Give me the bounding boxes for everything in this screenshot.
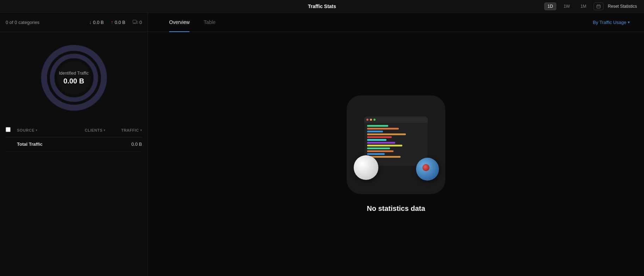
download-icon: ↓: [89, 19, 92, 25]
traffic-col-label: TRAFFIC: [121, 128, 139, 132]
table-row: Total Traffic 0.0 B: [6, 137, 142, 151]
time-1d-button[interactable]: 1D: [544, 2, 556, 10]
screen-titlebar: [364, 117, 428, 123]
svg-rect-0: [597, 5, 600, 8]
clients-sort-icon: ▾: [104, 128, 106, 132]
bar-row: [367, 142, 395, 144]
clients-icon: [132, 20, 138, 25]
clients-col-header: CLIENTS ▾: [79, 128, 111, 132]
ball-blue-inner: [422, 164, 429, 171]
checkbox-col-header: [6, 127, 14, 133]
bar-row: [367, 153, 385, 155]
source-col-label: SOURCE: [17, 128, 35, 132]
header-controls: 1D 1W 1M Reset Statistics: [544, 2, 637, 10]
source-sort-icon: ▾: [36, 128, 38, 132]
time-1w-button[interactable]: 1W: [561, 2, 573, 10]
left-table-header: SOURCE ▾ CLIENTS ▾ TRAFFIC ▾: [6, 124, 142, 137]
select-all-checkbox[interactable]: [6, 127, 11, 132]
clients-stat: 0: [132, 20, 142, 25]
upload-icon: ↑: [111, 19, 113, 25]
source-col-header: SOURCE ▾: [17, 128, 76, 132]
upload-stat: ↑ 0.0 B: [111, 19, 125, 25]
bar-row: [367, 145, 402, 146]
bar-row: [367, 125, 388, 127]
illustration-inner: [350, 99, 442, 190]
calendar-icon: [596, 4, 601, 8]
tabs-bar: Overview Table By Traffic Usage ▾: [148, 13, 644, 32]
categories-text: 0 of 0 categories: [6, 20, 82, 25]
traffic-sort-icon: ▾: [140, 128, 142, 132]
content-area: No statistics data: [148, 32, 644, 276]
stats-bar: 0 of 0 categories ↓ 0.0 B ↑ 0.0 B 0: [0, 13, 148, 32]
donut-chart: Identified Traffic 0.00 B: [39, 43, 109, 113]
screen-body: [364, 123, 428, 160]
clients-col-label: CLIENTS: [85, 128, 103, 132]
dot-red: [366, 119, 369, 121]
dot-yellow: [370, 119, 372, 121]
svg-rect-4: [133, 20, 136, 23]
bar-row: [367, 150, 394, 152]
upload-value: 0.0 B: [114, 20, 125, 25]
donut-title: Identified Traffic: [59, 71, 89, 76]
no-data-text: No statistics data: [367, 205, 425, 213]
sort-control[interactable]: By Traffic Usage ▾: [593, 20, 630, 25]
main-layout: 0 of 0 categories ↓ 0.0 B ↑ 0.0 B 0: [0, 13, 644, 276]
left-panel: 0 of 0 categories ↓ 0.0 B ↑ 0.0 B 0: [0, 13, 148, 276]
download-value: 0.0 B: [93, 20, 104, 25]
svg-rect-7: [137, 21, 138, 24]
total-traffic-value: 0.0 B: [114, 142, 142, 147]
reset-statistics-button[interactable]: Reset Statistics: [608, 4, 637, 9]
ball-blue: [416, 158, 439, 181]
traffic-col-header: TRAFFIC ▾: [114, 128, 142, 132]
bar-row: [367, 136, 392, 138]
dot-green: [373, 119, 376, 121]
ball-white: [354, 155, 378, 180]
donut-value: 0.00 B: [59, 77, 89, 85]
tab-table[interactable]: Table: [197, 13, 222, 32]
bar-row: [367, 148, 390, 149]
clients-count-value: 0: [140, 20, 142, 25]
total-traffic-label: Total Traffic: [17, 142, 76, 147]
bar-row: [367, 133, 406, 135]
sort-label: By Traffic Usage: [593, 20, 626, 25]
download-stat: ↓ 0.0 B: [89, 19, 104, 25]
chevron-down-icon: ▾: [628, 20, 630, 25]
no-data-illustration: [347, 95, 445, 194]
page-title: Traffic Stats: [308, 4, 336, 9]
donut-label: Identified Traffic 0.00 B: [59, 71, 89, 85]
right-panel: Overview Table By Traffic Usage ▾: [148, 13, 644, 276]
donut-area: Identified Traffic 0.00 B: [0, 32, 148, 124]
bar-row: [367, 139, 386, 141]
left-table: SOURCE ▾ CLIENTS ▾ TRAFFIC ▾: [0, 124, 148, 276]
bar-row: [367, 128, 399, 130]
bar-row: [367, 131, 383, 132]
calendar-button[interactable]: [594, 2, 603, 10]
tab-overview[interactable]: Overview: [162, 13, 197, 32]
time-1m-button[interactable]: 1M: [577, 2, 590, 10]
header: Traffic Stats 1D 1W 1M Reset Statistics: [0, 0, 644, 13]
